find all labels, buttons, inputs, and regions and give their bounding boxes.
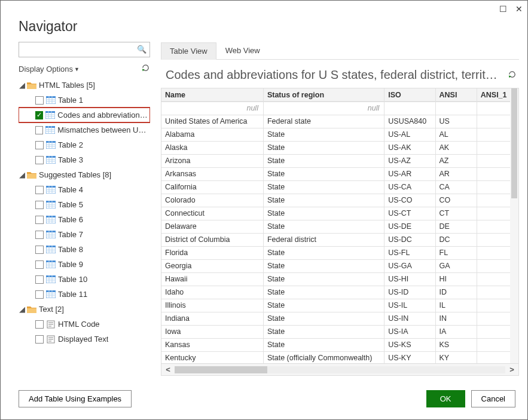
- table-row[interactable]: DelawareStateUS-DEDE: [161, 220, 518, 233]
- table-row[interactable]: ArizonaStateUS-AZAZ: [161, 154, 518, 167]
- table-cell: Arkansas: [161, 167, 263, 180]
- column-header[interactable]: ISO: [384, 88, 435, 102]
- scroll-right-icon[interactable]: >: [505, 365, 518, 374]
- checkbox[interactable]: [35, 260, 44, 269]
- checkbox[interactable]: [35, 216, 44, 224]
- table-row[interactable]: ColoradoStateUS-COCO: [161, 194, 518, 207]
- table-row[interactable]: GeorgiaStateUS-GAGA: [161, 259, 518, 272]
- tree-item[interactable]: Table 11: [19, 287, 150, 302]
- tree-item-label: Displayed Text: [58, 335, 108, 344]
- table-row[interactable]: IndianaStateUS-ININ: [161, 312, 518, 325]
- tree-item[interactable]: Table 4: [19, 182, 150, 197]
- table-row[interactable]: CaliforniaStateUS-CACA: [161, 180, 518, 194]
- checkbox[interactable]: [35, 290, 44, 299]
- horizontal-scrollbar[interactable]: < >: [161, 363, 518, 375]
- table-cell: State: [263, 220, 384, 233]
- tree-item-label: Table 11: [58, 290, 87, 299]
- checkbox[interactable]: [35, 335, 44, 344]
- search-input[interactable]: [19, 42, 150, 57]
- checkbox[interactable]: [35, 320, 44, 329]
- vertical-scrollbar[interactable]: [510, 88, 518, 363]
- tree-item[interactable]: Table 6: [19, 212, 150, 227]
- checkbox[interactable]: ✓: [35, 111, 43, 119]
- checkbox[interactable]: [35, 96, 44, 105]
- tree-folder[interactable]: ◢Suggested Tables [8]: [19, 167, 150, 182]
- table-cell: State: [263, 141, 384, 154]
- close-icon[interactable]: ✕: [515, 5, 523, 13]
- table-icon: [45, 111, 55, 119]
- checkbox[interactable]: [35, 201, 44, 209]
- search-box[interactable]: 🔍: [19, 42, 150, 57]
- tree-folder-label: HTML Tables [5]: [39, 81, 95, 90]
- collapse-icon[interactable]: ◢: [19, 305, 26, 314]
- tree-item-label: HTML Code: [58, 320, 100, 329]
- collapse-icon[interactable]: ◢: [19, 81, 26, 90]
- tree-item[interactable]: Table 8: [19, 242, 150, 257]
- table-cell: AR: [435, 167, 477, 180]
- table-cell: State: [263, 299, 384, 312]
- table-cell: KS: [435, 338, 477, 351]
- preview-refresh-icon[interactable]: [508, 70, 517, 81]
- column-header[interactable]: ANSI: [435, 88, 477, 102]
- table-row[interactable]: ConnecticutStateUS-CTCT: [161, 207, 518, 220]
- search-icon[interactable]: 🔍: [137, 45, 147, 54]
- column-header[interactable]: Status of region: [263, 88, 384, 102]
- table-cell: IL: [435, 299, 477, 312]
- tree-item[interactable]: Table 9: [19, 257, 150, 272]
- table-row[interactable]: AlaskaStateUS-AKAK: [161, 141, 518, 154]
- table-row[interactable]: IowaStateUS-IAIA: [161, 325, 518, 338]
- tree-item[interactable]: Table 1: [19, 93, 150, 108]
- cancel-button[interactable]: Cancel: [471, 390, 515, 407]
- tab-web-view[interactable]: Web View: [216, 42, 269, 59]
- table-row[interactable]: AlabamaStateUS-ALAL: [161, 128, 518, 141]
- checkbox[interactable]: [35, 186, 44, 194]
- table-row[interactable]: IdahoStateUS-IDID: [161, 286, 518, 299]
- tree-item[interactable]: Table 7: [19, 227, 150, 242]
- table-row[interactable]: District of ColumbiaFederal districtUS-D…: [161, 233, 518, 246]
- tree-item[interactable]: ✓Codes and abbreviations f...: [19, 108, 150, 122]
- table-cell: Illinois: [161, 299, 263, 312]
- tree-item[interactable]: Displayed Text: [19, 332, 150, 347]
- table-cell: State: [263, 246, 384, 259]
- tree-item[interactable]: Table 10: [19, 272, 150, 287]
- table-row[interactable]: ArkansasStateUS-ARAR: [161, 167, 518, 180]
- table-cell: State: [263, 207, 384, 220]
- tree-item[interactable]: HTML Code: [19, 317, 150, 332]
- checkbox[interactable]: [35, 156, 44, 164]
- table-cell: null: [161, 102, 263, 115]
- table-cell: US-AZ: [384, 154, 435, 167]
- tab-table-view[interactable]: Table View: [161, 42, 216, 60]
- checkbox[interactable]: [35, 141, 44, 149]
- tree-item[interactable]: Mismatches between USP...: [19, 122, 150, 137]
- display-options-menu[interactable]: Display Options▼: [19, 65, 80, 73]
- tree-item[interactable]: Table 3: [19, 152, 150, 167]
- checkbox[interactable]: [35, 231, 44, 239]
- table-row[interactable]: United States of AmericaFederal stateUSU…: [161, 115, 518, 128]
- ok-button[interactable]: OK: [426, 390, 465, 407]
- table-cell: [435, 102, 477, 115]
- table-row[interactable]: FloridaStateUS-FLFL: [161, 246, 518, 259]
- collapse-icon[interactable]: ◢: [19, 170, 26, 179]
- tree-item[interactable]: Table 2: [19, 137, 150, 152]
- checkbox[interactable]: [35, 126, 43, 134]
- table-cell: USUSA840: [384, 115, 435, 128]
- column-header[interactable]: Name: [161, 88, 263, 102]
- table-icon: [46, 246, 56, 253]
- table-row[interactable]: KentuckyState (officially Commonwealth)U…: [161, 351, 518, 363]
- tree-folder[interactable]: ◢HTML Tables [5]: [19, 78, 150, 93]
- add-table-using-examples-button[interactable]: Add Table Using Examples: [19, 390, 132, 407]
- tree-item[interactable]: Table 5: [19, 197, 150, 212]
- table-icon: [46, 156, 56, 164]
- text-icon: [46, 335, 56, 344]
- table-cell: Idaho: [161, 286, 263, 299]
- refresh-icon[interactable]: [141, 63, 150, 74]
- checkbox[interactable]: [35, 275, 44, 284]
- scroll-left-icon[interactable]: <: [161, 365, 175, 374]
- checkbox[interactable]: [35, 246, 44, 254]
- table-row[interactable]: IllinoisStateUS-ILIL: [161, 299, 518, 312]
- tree-folder[interactable]: ◢Text [2]: [19, 302, 150, 317]
- maximize-icon[interactable]: ☐: [499, 5, 507, 13]
- table-row[interactable]: KansasStateUS-KSKS: [161, 338, 518, 351]
- nav-tree[interactable]: ◢HTML Tables [5]Table 1✓Codes and abbrev…: [19, 78, 150, 376]
- table-row[interactable]: HawaiiStateUS-HIHI: [161, 272, 518, 286]
